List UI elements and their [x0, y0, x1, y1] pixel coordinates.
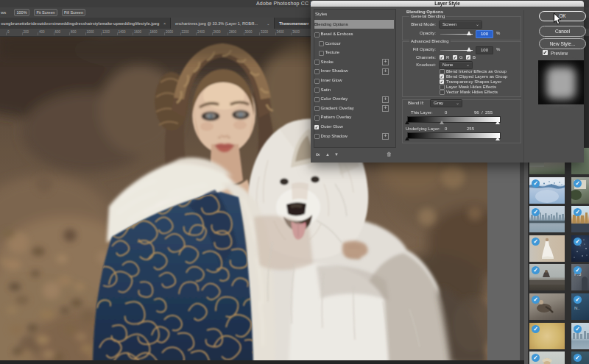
svg-text:N..: N..: [574, 306, 580, 310]
